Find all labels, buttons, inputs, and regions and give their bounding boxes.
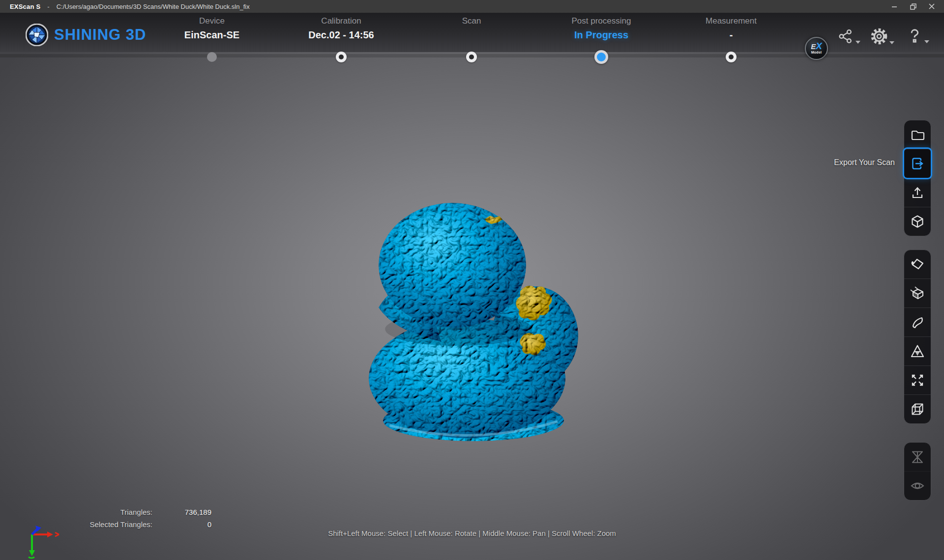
selected-triangles-value: 0: [152, 518, 211, 531]
window-controls: [885, 0, 941, 13]
wireframe-view-button[interactable]: [904, 394, 931, 423]
curved-surface-button[interactable]: [904, 308, 931, 336]
upload-share-button[interactable]: [904, 178, 931, 207]
triangle-mesh-icon: [910, 344, 925, 359]
paint-fill-button[interactable]: [904, 250, 931, 279]
axes-widget: [23, 524, 64, 560]
ex-model-logo: EX: [811, 43, 822, 50]
third-party-model-button[interactable]: [904, 207, 931, 236]
expand-arrows-icon: [910, 373, 925, 388]
mesh-triangle-button[interactable]: [904, 336, 931, 365]
settings-menu-button[interactable]: [870, 28, 894, 45]
file-path: C:/Users/agao/Documents/3D Scans/White D…: [57, 3, 250, 10]
step-calibration[interactable]: Calibration Dec.02 - 14:56: [277, 16, 405, 41]
step-device[interactable]: Device EinScan-SE: [148, 16, 276, 41]
brand-name: SHINING 3D: [54, 26, 146, 44]
dot-measurement: [726, 52, 737, 62]
curved-surface-icon: [910, 315, 925, 330]
dot-calibration: [336, 52, 347, 62]
step-label: Calibration: [277, 16, 405, 27]
eye-icon: [910, 478, 925, 493]
chevron-down-icon: [924, 40, 929, 43]
export-scan-button[interactable]: [904, 149, 931, 178]
dot-post-processing: [594, 50, 608, 64]
open-project-button[interactable]: [904, 120, 931, 149]
toolbar-group-edit: [904, 250, 931, 424]
open-box-button[interactable]: [904, 279, 931, 308]
dot-device: [207, 52, 217, 62]
triangles-value: 736,189: [152, 506, 211, 518]
exscan-window: EXScan S - C:/Users/agao/Documents/3D Sc…: [0, 0, 944, 560]
step-value: EinScan-SE: [148, 28, 276, 41]
upload-icon: [910, 185, 925, 200]
header: SHINING 3D Device EinScan-SE Calibration…: [0, 13, 944, 52]
paint-bucket-icon: [910, 257, 925, 272]
fit-view-button[interactable]: [904, 365, 931, 394]
close-icon: [928, 3, 935, 10]
step-label: Device: [148, 16, 276, 27]
toolbar-group-view: [904, 442, 931, 501]
brand: SHINING 3D: [26, 24, 146, 46]
close-button[interactable]: [922, 0, 941, 13]
folder-icon: [910, 127, 925, 142]
triangles-row: Triangles: 736,189: [79, 506, 211, 518]
step-value: Dec.02 - 14:56: [277, 28, 405, 41]
step-label: Scan: [408, 16, 535, 27]
cube-3d-icon: [910, 214, 925, 229]
mesh-stats: Triangles: 736,189 Selected Triangles: 0: [79, 506, 211, 531]
selected-triangles-label: Selected Triangles:: [79, 518, 152, 531]
toolbar-group-file: [904, 120, 931, 236]
minimize-button[interactable]: [885, 0, 904, 13]
chevron-down-icon: [889, 41, 894, 44]
double-triangles-icon: [910, 449, 925, 464]
restore-button[interactable]: [904, 0, 922, 13]
shining3d-logo-icon: [26, 24, 48, 46]
dot-scan: [466, 52, 477, 62]
step-label: Measurement: [667, 16, 795, 27]
viewport-3d[interactable]: Export Your Scan Triangles: 736,189 Sele…: [0, 52, 944, 560]
help-menu-button[interactable]: [906, 28, 929, 44]
open-box-icon: [910, 286, 925, 301]
app-title: EXScan S: [10, 3, 40, 10]
scanned-model-duck[interactable]: [358, 196, 582, 444]
export-tooltip: Export Your Scan: [834, 158, 895, 167]
wireframe-cube-icon: [910, 402, 925, 417]
minimize-icon: [891, 3, 898, 10]
triangles-label: Triangles:: [79, 506, 152, 518]
step-value: -: [667, 28, 795, 41]
mesh-edit-button[interactable]: [904, 443, 931, 471]
step-measurement[interactable]: Measurement -: [667, 16, 795, 41]
step-label: Post processing: [537, 16, 665, 27]
step-value: In Progress: [537, 28, 665, 41]
chevron-down-icon: [856, 41, 860, 44]
step-post-processing[interactable]: Post processing In Progress: [537, 16, 665, 41]
mouse-hint-bar: Shift+Left Mouse: Select | Left Mouse: R…: [328, 529, 616, 537]
titlebar: EXScan S - C:/Users/agao/Documents/3D Sc…: [0, 0, 944, 13]
share-icon: [837, 28, 854, 45]
export-icon: [910, 156, 925, 171]
visibility-button[interactable]: [904, 471, 931, 500]
help-icon: [906, 28, 923, 44]
gear-icon: [870, 28, 888, 45]
share-menu-button[interactable]: [837, 28, 860, 45]
title-separator: -: [47, 3, 49, 10]
step-scan[interactable]: Scan: [408, 16, 535, 28]
selected-triangles-row: Selected Triangles: 0: [79, 518, 211, 531]
restore-icon: [910, 3, 916, 10]
